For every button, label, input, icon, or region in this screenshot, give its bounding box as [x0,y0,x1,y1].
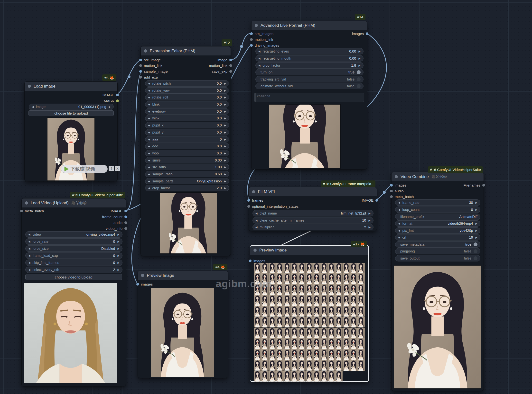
port-dot[interactable] [116,99,119,102]
collapse-dot-icon[interactable] [28,85,31,88]
next-arrow-icon[interactable]: ▶ [476,222,477,225]
prev-arrow-icon[interactable]: ◀ [148,82,150,85]
widget-woo[interactable]: ◀woo0.0▶ [145,150,229,156]
next-arrow-icon[interactable]: ▶ [369,226,371,229]
prev-arrow-icon[interactable]: ◀ [258,50,260,53]
prev-arrow-icon[interactable]: ◀ [28,254,30,257]
prev-arrow-icon[interactable]: ◀ [148,124,150,127]
port-dot[interactable] [139,76,142,79]
output-images[interactable]: images [352,31,368,36]
prev-arrow-icon[interactable]: ◀ [28,247,30,250]
widget-pupil_y[interactable]: ◀pupil_y0.0▶ [145,129,229,135]
input-src-image[interactable]: src_image [139,57,161,63]
next-arrow-icon[interactable]: ▶ [224,124,226,127]
next-arrow-icon[interactable]: ▶ [224,166,226,169]
toggle-icon[interactable] [474,256,477,260]
port-dot[interactable] [124,221,127,224]
next-arrow-icon[interactable]: ▶ [359,57,361,60]
port-dot[interactable] [375,199,378,202]
next-arrow-icon[interactable]: ▶ [224,103,226,106]
widget-rotate_roll[interactable]: ◀rotate_roll0.0▶ [145,94,229,100]
output-mask[interactable]: MASK [104,98,119,103]
choose-video-button[interactable]: choose video to upload [25,274,122,280]
port-dot[interactable] [20,210,23,212]
input-audio[interactable]: audio [390,188,404,194]
node-title-bar[interactable]: FILM VFI [249,187,377,196]
widget-force-rate[interactable]: ◀force_rate0▶ [25,238,122,245]
next-arrow-icon[interactable]: ▶ [224,152,226,155]
port-dot[interactable] [229,59,232,61]
next-arrow-icon[interactable]: ▶ [369,219,371,222]
widget-smile[interactable]: ◀smile0.30▶ [145,157,229,163]
next-arrow-icon[interactable]: ▶ [224,96,226,99]
widget-crf[interactable]: ◀crf19▶ [395,234,480,241]
collapse-dot-icon[interactable] [141,274,144,277]
prev-arrow-icon[interactable]: ◀ [148,187,150,190]
node-preview-image-4[interactable]: Preview Image images [138,271,228,378]
toggle-tracking-src-vid[interactable]: tracking_src_vidfalse [255,76,364,82]
input-src-images[interactable]: src_images [250,31,273,36]
prev-arrow-icon[interactable]: ◀ [258,64,260,67]
port-dot[interactable] [116,94,119,96]
toggle-icon[interactable] [357,77,361,81]
next-arrow-icon[interactable]: ▶ [224,180,226,183]
collapse-dot-icon[interactable] [252,190,255,193]
input-optional-interpolation-states[interactable]: optional_interpolation_states [247,204,299,209]
output-video-info[interactable]: video_info [106,226,127,231]
toggle-icon[interactable] [474,242,477,246]
port-dot[interactable] [136,283,139,286]
prev-arrow-icon[interactable]: ◀ [398,229,400,232]
collapse-dot-icon[interactable] [144,49,147,53]
widget-blink[interactable]: ◀blink0.0▶ [145,101,229,107]
prev-arrow-icon[interactable]: ◀ [148,159,150,162]
prev-arrow-icon[interactable]: ◀ [148,110,150,113]
next-arrow-icon[interactable]: ▶ [359,64,361,67]
port-dot[interactable] [250,44,253,47]
port-dot[interactable] [249,260,252,262]
prev-arrow-icon[interactable]: ◀ [255,219,257,222]
choose-file-button[interactable]: choose file to upload [28,110,114,116]
comfyui-canvas[interactable]: { "watermark": "agibm.com", "overlay": {… [0,0,532,394]
output-frame-count[interactable]: frame_count [102,214,127,219]
node-title-bar[interactable]: Expression Editor (PHM) [141,46,231,55]
prev-arrow-icon[interactable]: ◀ [148,180,150,183]
video-download-overlay[interactable]: 下载该 视频 [61,165,108,173]
widget-skip-first-frames[interactable]: ◀skip_first_frames0▶ [25,260,122,266]
overlay-help-button[interactable]: ? [109,166,114,171]
node-title-bar[interactable]: Load Video (Upload) 🎥ⓋⒽⓈ [22,198,126,207]
widget-crop-factor[interactable]: ◀crop_factor1.8▶ [255,62,364,69]
prev-arrow-icon[interactable]: ◀ [28,268,30,271]
output-image[interactable]: IMAGE [111,208,127,214]
widget-rotate_yaw[interactable]: ◀rotate_yaw0.0▶ [145,87,229,94]
next-arrow-icon[interactable]: ▶ [224,110,226,113]
node-title-bar[interactable]: Video Combine 🎥ⓋⒽⓈ [392,172,484,181]
node-title-bar[interactable]: Load Image [25,82,117,91]
input-frames[interactable]: frames [247,197,263,203]
widget-sample_parts[interactable]: ◀sample_partsOnlyExpression▶ [145,178,229,184]
widget-ckpt-name[interactable]: ◀ckpt_namefilm_net_fp32.pt▶ [252,210,373,216]
prev-arrow-icon[interactable]: ◀ [148,117,150,120]
port-dot[interactable] [247,199,250,202]
widget-loop-count[interactable]: ◀loop_count0▶ [395,206,480,213]
input-sample-image[interactable]: sample_image [139,69,168,74]
toggle-icon[interactable] [474,249,477,253]
port-dot[interactable] [390,195,393,198]
next-arrow-icon[interactable]: ▶ [224,82,226,85]
node-load-video[interactable]: Load Video (Upload) 🎥ⓋⒽⓈ meta_batch IMAG… [21,198,126,386]
collapse-dot-icon[interactable] [395,175,398,178]
node-advanced-live-portrait[interactable]: Advanced Live Portrait (PHM) src_images … [251,21,367,170]
toggle-icon[interactable] [357,84,361,88]
output-image[interactable]: IMAGE [103,92,119,98]
video-frame-preview[interactable] [24,283,117,383]
output-motion-link[interactable]: motion_link [209,63,232,68]
output-save-exp[interactable]: save_exp [212,69,232,74]
toggle-save-output[interactable]: save_outputfalse [395,255,480,261]
next-arrow-icon[interactable]: ▶ [118,233,120,236]
widget-aaa[interactable]: ◀aaa0▶ [145,136,229,143]
command-textarea[interactable]: command [254,93,364,102]
widget-retargeting-mouth[interactable]: ◀retargeting_mouth0.00▶ [255,55,364,62]
output-audio[interactable]: audio [113,220,127,225]
prev-arrow-icon[interactable]: ◀ [148,103,150,106]
widget-multiplier[interactable]: ◀multiplier2▶ [252,224,373,230]
next-arrow-icon[interactable]: ▶ [476,208,477,211]
